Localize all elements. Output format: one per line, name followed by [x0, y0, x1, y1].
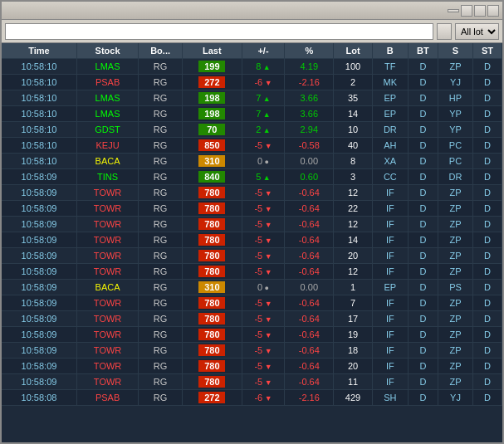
cell-bt: D	[408, 75, 438, 90]
title-bar	[2, 2, 502, 20]
cell-st: D	[472, 75, 502, 90]
cell-stock: TOWR	[77, 359, 139, 374]
cell-time: 10:58:10	[2, 75, 77, 90]
cell-bt: D	[408, 327, 438, 343]
cell-bt: D	[408, 59, 438, 75]
cell-stock: TOWR	[77, 311, 139, 327]
cell-s: ZP	[438, 217, 472, 232]
cell-bt: D	[408, 122, 438, 138]
table-row: 10:58:09TOWRRG780-5 ▼-0.6417IFDZPD	[2, 311, 502, 327]
cell-bo: RG	[139, 248, 183, 264]
table-row: 10:58:10KEJURG850-5 ▼-0.5840AHDPCD	[2, 138, 502, 154]
cell-last: 198	[183, 106, 242, 122]
table-row: 10:58:10LMASRG1987 ▲3.6614EPDYPD	[2, 106, 502, 122]
cell-b: EP	[372, 106, 408, 122]
table-row: 10:58:09TOWRRG780-5 ▼-0.6412IFDZPD	[2, 264, 502, 280]
cell-bo: RG	[139, 359, 183, 374]
cell-pct: -0.64	[285, 327, 334, 343]
cell-bt: D	[408, 232, 438, 248]
cell-pct: 3.66	[285, 106, 334, 122]
cell-change: 8 ▲	[242, 59, 285, 75]
lot-select[interactable]: All lot 1 2 5 10	[455, 23, 499, 40]
cell-b: IF	[372, 185, 408, 201]
cell-bt: D	[408, 106, 438, 122]
table-row: 10:58:10GDSTRG702 ▲2.9410DRDYPD	[2, 122, 502, 138]
cell-b: IF	[372, 311, 408, 327]
table-row: 10:58:09TOWRRG780-5 ▼-0.647IFDZPD	[2, 295, 502, 311]
cell-s: ZP	[438, 295, 472, 311]
option-button[interactable]	[448, 9, 459, 12]
cell-change: 5 ▲	[242, 169, 285, 185]
cell-bt: D	[408, 280, 438, 295]
cell-last: 272	[183, 390, 242, 406]
cell-b: SH	[372, 390, 408, 406]
maximize-button[interactable]	[474, 5, 486, 17]
col-s: S	[438, 43, 472, 59]
cell-last: 198	[183, 90, 242, 106]
cell-bo: RG	[139, 264, 183, 280]
cell-stock: PSAB	[77, 390, 139, 406]
cell-bo: RG	[139, 122, 183, 138]
minimize-button[interactable]	[461, 5, 472, 17]
cell-b: IF	[372, 374, 408, 390]
cell-bo: RG	[139, 232, 183, 248]
cell-lot: 7	[334, 295, 373, 311]
cell-bt: D	[408, 185, 438, 201]
cell-bt: D	[408, 390, 438, 406]
cell-change: -5 ▼	[242, 327, 285, 343]
table-row: 10:58:09TOWRRG780-5 ▼-0.6411IFDZPD	[2, 374, 502, 390]
cell-lot: 19	[334, 327, 373, 343]
table-row: 10:58:10LMASRG1998 ▲4.19100TFDZPD	[2, 59, 502, 75]
cell-st: D	[472, 390, 502, 406]
cell-stock: TOWR	[77, 185, 139, 201]
cell-lot: 22	[334, 201, 373, 217]
cell-s: HP	[438, 90, 472, 106]
title-bar-right	[448, 5, 499, 17]
cell-st: D	[472, 59, 502, 75]
cell-st: D	[472, 169, 502, 185]
cell-bt: D	[408, 248, 438, 264]
cell-s: PC	[438, 138, 472, 154]
cell-lot: 14	[334, 106, 373, 122]
cell-pct: -0.58	[285, 138, 334, 154]
col-pct: %	[285, 43, 334, 59]
cell-pct: -0.64	[285, 359, 334, 374]
cell-lot: 40	[334, 138, 373, 154]
cell-lot: 1	[334, 280, 373, 295]
cell-pct: 3.66	[285, 90, 334, 106]
cell-st: D	[472, 280, 502, 295]
cell-b: XA	[372, 154, 408, 169]
cell-s: YP	[438, 106, 472, 122]
cell-s: ZP	[438, 343, 472, 359]
cell-stock: BACA	[77, 154, 139, 169]
cell-bo: RG	[139, 201, 183, 217]
cell-change: 0 ●	[242, 280, 285, 295]
cell-stock: PSAB	[77, 75, 139, 90]
cell-bt: D	[408, 359, 438, 374]
cell-pct: -0.64	[285, 374, 334, 390]
cell-s: ZP	[438, 248, 472, 264]
close-button[interactable]	[487, 5, 499, 17]
clear-button[interactable]	[437, 23, 452, 40]
cell-pct: -0.64	[285, 232, 334, 248]
cell-change: -5 ▼	[242, 264, 285, 280]
cell-time: 10:58:09	[2, 232, 77, 248]
cell-change: -5 ▼	[242, 311, 285, 327]
cell-change: -5 ▼	[242, 138, 285, 154]
cell-b: EP	[372, 280, 408, 295]
table-row: 10:58:10PSABRG272-6 ▼-2.162MKDYJD	[2, 75, 502, 90]
cell-b: IF	[372, 248, 408, 264]
cell-b: IF	[372, 359, 408, 374]
search-input[interactable]	[5, 23, 433, 40]
cell-b: DR	[372, 122, 408, 138]
cell-pct: 0.60	[285, 169, 334, 185]
table-row: 10:58:09TOWRRG780-5 ▼-0.6420IFDZPD	[2, 359, 502, 374]
cell-change: 0 ●	[242, 154, 285, 169]
table-header-row: Time Stock Bo... Last +/- % Lot B BT S S…	[2, 43, 502, 59]
cell-stock: KEJU	[77, 138, 139, 154]
cell-b: IF	[372, 264, 408, 280]
cell-bo: RG	[139, 59, 183, 75]
cell-last: 780	[183, 295, 242, 311]
cell-change: -5 ▼	[242, 201, 285, 217]
table-row: 10:58:09TOWRRG780-5 ▼-0.6412IFDZPD	[2, 185, 502, 201]
